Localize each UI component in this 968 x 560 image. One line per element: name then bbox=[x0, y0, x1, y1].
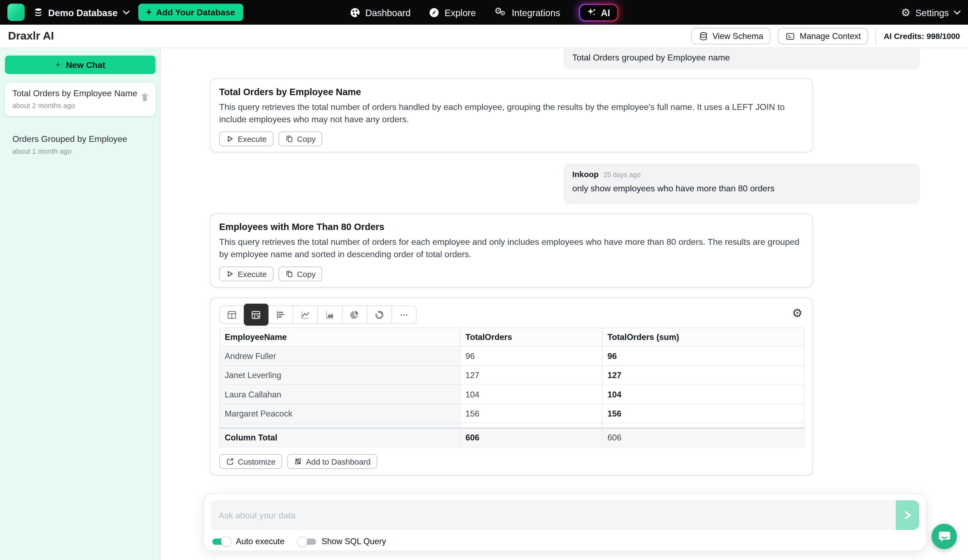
add-to-dashboard-button[interactable]: Add to Dashboard bbox=[287, 454, 378, 469]
gear-icon: ⚙ bbox=[901, 7, 910, 18]
chart-type-switcher bbox=[219, 305, 417, 324]
table-view-icon[interactable] bbox=[219, 305, 244, 324]
database-icon bbox=[699, 31, 708, 41]
external-link-icon bbox=[226, 457, 234, 466]
nav-item-explore[interactable]: Explore bbox=[429, 7, 476, 18]
new-chat-button[interactable]: + New Chat bbox=[5, 56, 156, 74]
cell-total: 104 bbox=[460, 385, 602, 404]
column-header[interactable]: EmployeeName bbox=[219, 328, 460, 346]
query-title: Total Orders by Employee Name bbox=[219, 86, 804, 97]
database-selector[interactable]: Demo Database bbox=[33, 7, 129, 18]
line-chart-icon[interactable] bbox=[293, 305, 318, 324]
cell-employee: Laura Callahan bbox=[219, 385, 460, 404]
query-title: Employees with More Than 80 Orders bbox=[219, 221, 804, 232]
cell-employee: Andrew Fuller bbox=[219, 346, 460, 365]
draxlr-logo[interactable] bbox=[8, 4, 25, 21]
user-message: Inkoop 25 days ago only show employees w… bbox=[564, 164, 920, 204]
ai-query-card: Total Orders by Employee Name This query… bbox=[210, 78, 813, 153]
result-settings-gear-icon[interactable]: ⚙ bbox=[792, 307, 803, 319]
page-title: Draxlr AI bbox=[8, 30, 54, 43]
dashboard-grid-icon bbox=[294, 457, 302, 466]
chat-list-item[interactable]: Orders Grouped by Employee about 1 month… bbox=[5, 129, 156, 162]
chat-area: Total Orders grouped by Employee name To… bbox=[161, 48, 968, 560]
chat-title: Total Orders by Employee Name bbox=[12, 88, 148, 98]
sparkles-icon bbox=[587, 8, 597, 18]
area-chart-icon[interactable] bbox=[318, 305, 343, 324]
execute-button[interactable]: Execute bbox=[219, 266, 273, 281]
delete-chat-icon[interactable] bbox=[140, 93, 149, 102]
app-window: Demo Database + Add Your Database Dashbo… bbox=[0, 0, 968, 560]
play-icon bbox=[226, 135, 234, 143]
chat-sidebar: + New Chat Total Orders by Employee Name… bbox=[0, 48, 161, 560]
send-arrow-icon bbox=[903, 510, 912, 520]
cell-total: 156 bbox=[460, 404, 602, 423]
chat-time: about 1 month ago bbox=[12, 147, 148, 155]
view-schema-button[interactable]: View Schema bbox=[691, 28, 771, 45]
divider bbox=[876, 28, 876, 44]
column-header[interactable]: TotalOrders (sum) bbox=[602, 328, 804, 346]
query-description: This query retrieves the total number of… bbox=[219, 101, 804, 125]
results-table: EmployeeName TotalOrders TotalOrders (su… bbox=[219, 327, 804, 447]
chevron-down-icon bbox=[123, 10, 129, 15]
table-header-row: EmployeeName TotalOrders TotalOrders (su… bbox=[219, 328, 804, 346]
column-header[interactable]: TotalOrders bbox=[460, 328, 602, 346]
customize-button[interactable]: Customize bbox=[219, 454, 282, 469]
table-row: Janet Leverling 127 127 bbox=[219, 365, 804, 385]
message-time: 25 days ago bbox=[604, 171, 641, 178]
show-sql-toggle[interactable] bbox=[298, 538, 316, 544]
more-chart-types-icon[interactable] bbox=[392, 305, 417, 324]
page-header: Draxlr AI View Schema Manage Context AI … bbox=[0, 25, 968, 48]
ask-input[interactable] bbox=[211, 501, 919, 530]
chat-support-launcher[interactable] bbox=[932, 524, 957, 549]
pivot-table-view-icon-selected[interactable] bbox=[244, 304, 269, 326]
add-your-database-button[interactable]: + Add Your Database bbox=[138, 4, 243, 21]
settings-menu[interactable]: ⚙ Settings bbox=[901, 7, 960, 18]
chat-title: Orders Grouped by Employee bbox=[12, 134, 148, 144]
cell-total-label: Column Total bbox=[219, 428, 460, 447]
query-description: This query retrieves the total number of… bbox=[219, 236, 804, 260]
cell-total-sum-value: 606 bbox=[602, 428, 804, 447]
compass-icon bbox=[429, 7, 439, 18]
nav-item-dashboard[interactable]: Dashboard bbox=[350, 7, 411, 18]
dashboard-icon bbox=[350, 7, 360, 18]
cell-total: 96 bbox=[460, 346, 602, 365]
cell-total-value: 606 bbox=[460, 428, 602, 447]
auto-execute-toggle[interactable] bbox=[212, 538, 230, 544]
send-button[interactable] bbox=[896, 501, 919, 530]
database-selector-label: Demo Database bbox=[48, 7, 118, 18]
copy-button[interactable]: Copy bbox=[278, 266, 322, 281]
manage-context-button[interactable]: Manage Context bbox=[778, 28, 868, 45]
nav-item-integrations[interactable]: ⚙ ⚙ Integrations bbox=[494, 7, 560, 18]
cell-total-sum: 96 bbox=[602, 346, 804, 365]
chevron-down-icon bbox=[954, 10, 960, 15]
chat-time: about 2 months ago bbox=[12, 102, 148, 109]
bar-chart-icon[interactable] bbox=[269, 305, 293, 324]
table-row: Andrew Fuller 96 96 bbox=[219, 346, 804, 365]
chat-bubble-icon bbox=[937, 530, 951, 543]
table-row-clipped bbox=[219, 423, 804, 428]
user-message: Total Orders grouped by Employee name bbox=[564, 48, 920, 69]
execute-button[interactable]: Execute bbox=[219, 131, 273, 146]
query-results-card: ⚙ EmployeeName TotalOrders TotalOrders (… bbox=[210, 297, 813, 476]
message-text: only show employees who have more than 8… bbox=[572, 183, 911, 193]
donut-chart-icon[interactable] bbox=[367, 305, 392, 324]
pie-chart-icon[interactable] bbox=[343, 305, 367, 324]
ai-credits: AI Credits: 998/1000 bbox=[883, 31, 960, 41]
plus-icon: + bbox=[146, 8, 152, 18]
table-total-row: Column Total 606 606 bbox=[219, 428, 804, 447]
cell-employee: Janet Leverling bbox=[219, 365, 460, 385]
cell-total: 127 bbox=[460, 365, 602, 385]
nav-item-ai-active[interactable]: AI bbox=[578, 3, 618, 21]
context-card-icon bbox=[786, 31, 796, 41]
play-icon bbox=[226, 269, 234, 278]
table-row: Margaret Peacock 156 156 bbox=[219, 404, 804, 423]
cell-employee: Margaret Peacock bbox=[219, 404, 460, 423]
chat-list-item-active[interactable]: Total Orders by Employee Name about 2 mo… bbox=[5, 83, 156, 116]
cell-total-sum: 104 bbox=[602, 385, 804, 404]
cell-total-sum: 127 bbox=[602, 365, 804, 385]
database-stack-icon bbox=[33, 8, 43, 18]
copy-icon bbox=[285, 269, 293, 278]
copy-button[interactable]: Copy bbox=[278, 131, 322, 146]
cell-total-sum: 156 bbox=[602, 404, 804, 423]
show-sql-label: Show SQL Query bbox=[322, 537, 386, 546]
